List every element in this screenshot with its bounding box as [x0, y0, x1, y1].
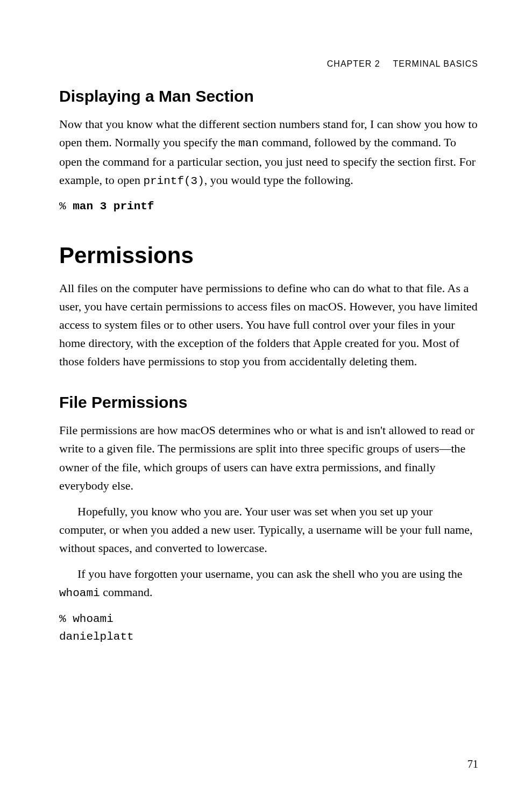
paragraph: File permissions are how macOS determine…	[59, 421, 478, 494]
page-content: Displaying a Man Section Now that you kn…	[59, 59, 478, 646]
text: command.	[100, 585, 153, 599]
section-heading-file-permissions: File Permissions	[59, 393, 478, 412]
shell-command: man 3 printf	[73, 200, 154, 213]
shell-prompt: %	[59, 200, 73, 213]
running-header: CHAPTER 2TERMINAL BASICS	[327, 59, 478, 69]
code-block: % whoami danielplatt	[59, 610, 478, 646]
shell-output: danielplatt	[59, 628, 478, 646]
paragraph: Hopefully, you know who you are. Your us…	[59, 502, 478, 557]
inline-code-printf: printf(3)	[143, 175, 204, 187]
chapter-label: CHAPTER 2	[327, 59, 380, 68]
text: , you would type the following.	[204, 173, 353, 187]
major-heading-permissions: Permissions	[59, 243, 478, 268]
inline-code-man: man	[238, 137, 259, 150]
chapter-title: TERMINAL BASICS	[393, 59, 478, 68]
text: If you have forgotten your username, you…	[77, 567, 463, 581]
section-heading-man: Displaying a Man Section	[59, 87, 478, 105]
code-block: % man 3 printf	[59, 197, 478, 216]
paragraph: Now that you know what the different sec…	[59, 115, 478, 190]
page: CHAPTER 2TERMINAL BASICS Displaying a Ma…	[0, 0, 532, 807]
shell-line: % whoami	[59, 610, 478, 628]
paragraph: All files on the computer have permissio…	[59, 279, 478, 371]
inline-code-whoami: whoami	[59, 587, 100, 599]
page-number: 71	[467, 758, 478, 770]
paragraph: If you have forgotten your username, you…	[59, 565, 478, 603]
